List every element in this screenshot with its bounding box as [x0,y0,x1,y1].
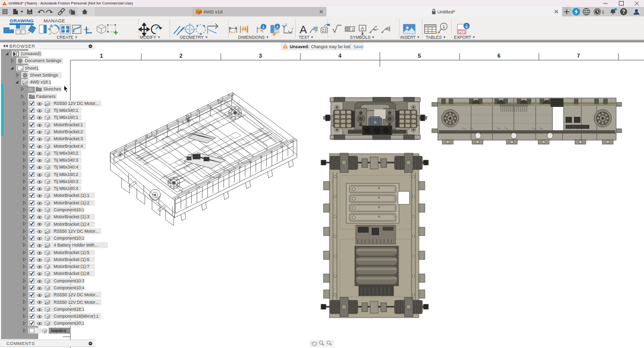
svg-text:?: ? [622,9,625,14]
svg-text:5: 5 [418,53,421,59]
svg-text:A: A [300,23,307,36]
svg-text:X: X [285,23,288,26]
svg-text:1: 1 [602,9,604,14]
svg-text:!: ! [285,44,286,49]
svg-text:Y: Y [291,27,294,31]
svg-text:A: A [50,23,53,28]
svg-text:1: 1 [442,24,445,29]
svg-text:3: 3 [259,53,262,59]
svg-text:PDF: PDF [459,30,466,34]
svg-text:1: 1 [100,53,103,59]
svg-text:2: 2 [179,53,182,59]
svg-text:4: 4 [338,53,342,59]
svg-text:6: 6 [497,53,500,59]
svg-text:.1: .1 [351,27,354,32]
svg-text:A: A [361,25,364,31]
svg-text:7: 7 [577,53,580,59]
